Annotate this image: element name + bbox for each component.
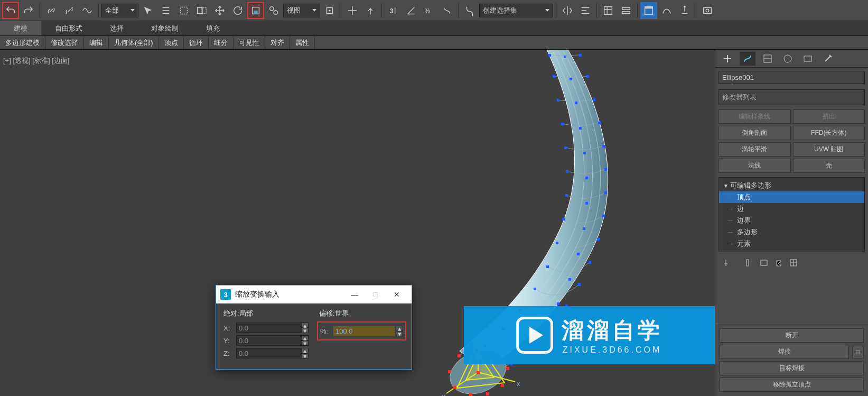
ribbon-tab-objectpaint[interactable]: 对象绘制 <box>137 21 192 35</box>
window-crossing-icon[interactable] <box>193 2 210 19</box>
move-icon[interactable] <box>211 2 228 19</box>
ribbon-sub-properties[interactable]: 属性 <box>290 36 315 49</box>
material-editor-icon[interactable] <box>676 2 693 19</box>
modbtn-normal[interactable]: 法线 <box>718 159 791 173</box>
stack-subobj-polygon[interactable]: 多边形 <box>719 226 864 238</box>
keyboard-shortcut-icon[interactable] <box>362 2 379 19</box>
abs-y-spinner[interactable]: Y:0.0▴▾ <box>223 335 309 346</box>
abs-y-down[interactable]: ▾ <box>301 340 309 346</box>
percent-snap-icon[interactable]: % <box>421 2 437 19</box>
break-button[interactable]: 断开 <box>720 328 864 343</box>
scale-icon[interactable] <box>247 2 264 19</box>
toggle-ribbon-icon[interactable] <box>618 2 634 19</box>
curve-editor-icon[interactable] <box>640 2 657 19</box>
make-unique-icon[interactable] <box>759 257 769 268</box>
svg-rect-29 <box>598 122 601 124</box>
svg-rect-15 <box>645 6 653 8</box>
ribbon-sub-loop[interactable]: 循环 <box>184 36 209 49</box>
abs-z-spinner[interactable]: Z:0.0▴▾ <box>223 348 309 358</box>
placement-icon[interactable] <box>265 2 282 19</box>
link-icon[interactable] <box>43 2 60 19</box>
modbtn-edit-spline[interactable]: 编辑样条线 <box>718 109 791 124</box>
tab-modify-icon[interactable] <box>740 52 755 66</box>
ribbon-sub-edit[interactable]: 编辑 <box>84 36 109 49</box>
tab-create-icon[interactable] <box>720 52 735 66</box>
stack-subobj-element[interactable]: 元素 <box>719 238 864 250</box>
dialog-titlebar[interactable]: 3 缩放变换输入 — □ ✕ <box>216 286 412 303</box>
undo-button[interactable] <box>2 2 19 19</box>
remove-modifier-icon[interactable] <box>773 257 784 268</box>
select-by-name-icon[interactable] <box>157 2 174 19</box>
ribbon-sub-subdiv[interactable]: 细分 <box>209 36 234 49</box>
ribbon-sub-vertex[interactable]: 顶点 <box>159 36 184 49</box>
abs-z-value[interactable]: 0.0 <box>236 348 301 358</box>
selset-dropdown[interactable]: 创建选择集 <box>479 4 553 17</box>
tab-motion-icon[interactable] <box>780 52 796 66</box>
viewport-perspective[interactable]: [+] [透视] [标准] [边面] <box>0 50 715 396</box>
layer-explorer-icon[interactable] <box>600 2 617 19</box>
offset-percent-spinner[interactable]: %: 100.0 ▴▾ <box>320 326 403 336</box>
pivot-center-icon[interactable] <box>321 2 338 19</box>
dialog-minimize-button[interactable]: — <box>344 287 365 302</box>
abs-x-value[interactable]: 0.0 <box>236 323 301 333</box>
show-end-result-icon[interactable] <box>744 257 754 268</box>
modbtn-uvw-map[interactable]: UVW 贴图 <box>793 142 865 156</box>
mirror-icon[interactable] <box>559 2 576 19</box>
rect-region-icon[interactable] <box>175 2 192 19</box>
offset-pct-down[interactable]: ▾ <box>396 331 403 336</box>
modifier-button-grid: 编辑样条线 挤出 倒角剖面 FFD(长方体) 涡轮平滑 UVW 贴图 法线 壳 <box>715 107 868 175</box>
tab-utilities-icon[interactable] <box>820 52 836 66</box>
modbtn-ffd-box[interactable]: FFD(长方体) <box>793 126 865 140</box>
tab-display-icon[interactable] <box>800 52 816 66</box>
stack-subobj-edge[interactable]: 边 <box>719 203 864 215</box>
stack-editable-poly[interactable]: 可编辑多边形 <box>719 180 864 191</box>
ribbon-sub-polymodel[interactable]: 多边形建模 <box>0 36 45 49</box>
configure-sets-icon[interactable] <box>788 257 799 268</box>
spinner-snap-icon[interactable] <box>438 2 455 19</box>
abs-z-down[interactable]: ▾ <box>301 353 309 358</box>
abs-x-spinner[interactable]: X:0.0▴▾ <box>223 323 309 333</box>
tab-hierarchy-icon[interactable] <box>760 52 776 66</box>
stack-subobj-border[interactable]: 边界 <box>719 215 864 226</box>
dialog-close-button[interactable]: ✕ <box>386 287 407 302</box>
weld-settings-button[interactable]: □ <box>852 346 864 358</box>
svg-rect-19 <box>548 54 551 57</box>
angle-snap-icon[interactable] <box>403 2 419 19</box>
schematic-view-icon[interactable] <box>658 2 675 19</box>
ribbon-tab-freeform[interactable]: 自由形式 <box>41 21 96 35</box>
unlink-icon[interactable] <box>61 2 78 19</box>
remove-isolated-button[interactable]: 移除孤立顶点 <box>720 377 864 392</box>
abs-x-down[interactable]: ▾ <box>301 328 309 333</box>
modifier-list-dropdown[interactable]: 修改器列表 <box>718 89 865 105</box>
named-selset-icon[interactable] <box>461 2 478 19</box>
ribbon-sub-align[interactable]: 对齐 <box>265 36 290 49</box>
object-name-field[interactable]: Ellipse001 <box>718 71 865 84</box>
modbtn-turbosmooth[interactable]: 涡轮平滑 <box>718 142 791 156</box>
ribbon-tab-selection[interactable]: 选择 <box>96 21 137 35</box>
snap-toggle-icon[interactable]: 3 <box>385 2 402 19</box>
select-object-icon[interactable] <box>139 2 156 19</box>
rotate-icon[interactable] <box>229 2 246 19</box>
stack-subobj-vertex[interactable]: 顶点 <box>719 191 864 203</box>
modbtn-shell[interactable]: 壳 <box>793 159 865 173</box>
weld-button[interactable]: 焊接 <box>720 345 849 359</box>
redo-button[interactable] <box>20 2 37 19</box>
pin-stack-icon[interactable] <box>721 257 731 268</box>
ribbon-tab-modeling[interactable]: 建模 <box>0 21 41 35</box>
ribbon-sub-visibility[interactable]: 可见性 <box>234 36 265 49</box>
bind-space-warp-icon[interactable] <box>79 2 96 19</box>
manipulate-icon[interactable] <box>344 2 361 19</box>
refcoord-dropdown[interactable]: 视图 <box>283 4 320 17</box>
modbtn-extrude[interactable]: 挤出 <box>793 109 865 124</box>
align-icon[interactable] <box>577 2 594 19</box>
ribbon-sub-modifysel[interactable]: 修改选择 <box>45 36 84 49</box>
ribbon-tab-populate[interactable]: 填充 <box>192 21 234 35</box>
target-weld-button[interactable]: 目标焊接 <box>720 361 864 375</box>
selection-filter-dropdown[interactable]: 全部 <box>101 4 138 17</box>
render-setup-icon[interactable] <box>699 2 716 19</box>
ribbon-sub-geomall[interactable]: 几何体(全部) <box>109 36 159 49</box>
offset-percent-value[interactable]: 100.0 <box>333 326 396 336</box>
abs-y-value[interactable]: 0.0 <box>236 335 301 346</box>
modbtn-bevel-profile[interactable]: 倒角剖面 <box>718 126 791 140</box>
dialog-maximize-button[interactable]: □ <box>365 287 386 302</box>
